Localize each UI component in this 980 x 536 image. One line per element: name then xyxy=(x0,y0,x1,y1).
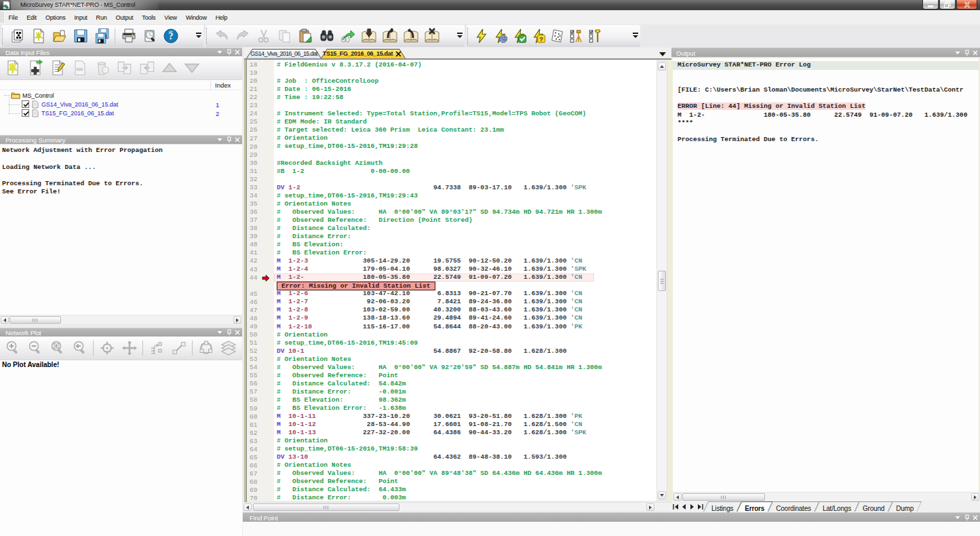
menu-input[interactable]: Input xyxy=(70,10,92,24)
tree-root-label[interactable]: MS_Control xyxy=(22,92,54,99)
book-redo-button[interactable] xyxy=(379,26,400,45)
scroll-right-button[interactable] xyxy=(233,316,241,324)
tab-ts15-fg[interactable]: TS15_FG_2016_06_15.dat xyxy=(321,49,406,58)
book-undo-button[interactable] xyxy=(400,26,421,45)
tab-close-icon[interactable] xyxy=(395,51,401,57)
scroll-left-button[interactable] xyxy=(243,503,252,511)
code-editor[interactable]: # FieldGenius v 8.3.17.2 (2016-04-07) # … xyxy=(274,60,656,501)
inverse-button[interactable] xyxy=(168,338,190,358)
shift-station-button[interactable] xyxy=(145,338,168,358)
run-query-button[interactable] xyxy=(529,26,548,45)
find-point-button[interactable] xyxy=(96,338,118,358)
menu-file[interactable]: File xyxy=(4,10,22,24)
scroll-right-button[interactable] xyxy=(971,493,979,501)
file-checkbox[interactable] xyxy=(22,100,29,108)
toolbar-overflow-button[interactable] xyxy=(456,27,465,45)
tab-gs14-viva[interactable]: GS14_Viva_2016_06_15.dat xyxy=(246,49,321,58)
dif-delete-button[interactable] xyxy=(91,58,113,78)
toolbar-overflow-button[interactable] xyxy=(195,27,203,45)
dif-edit-button[interactable] xyxy=(46,58,68,78)
output-tab-coordinates[interactable]: Coordinates xyxy=(768,501,819,512)
output-log[interactable]: MicroSurvey STAR*NET-PRO Error Log [FILE… xyxy=(673,58,979,492)
output-close-icon[interactable] xyxy=(972,50,979,56)
book-input-button[interactable] xyxy=(358,26,379,45)
editor-hscrollbar[interactable] xyxy=(243,502,656,511)
processing-summary-menu-icon[interactable] xyxy=(216,136,223,143)
output-tab-ground[interactable]: Ground xyxy=(855,501,893,512)
tree-file-label[interactable]: GS14_Viva_2016_06_15.dat xyxy=(41,101,118,108)
find-button[interactable] xyxy=(316,26,337,45)
file-checkbox[interactable] xyxy=(22,109,29,117)
output-pin-icon[interactable] xyxy=(964,50,971,56)
restore-button[interactable] xyxy=(939,0,956,9)
run-adjust-button[interactable] xyxy=(472,26,491,45)
scroll-down-button[interactable] xyxy=(658,491,666,499)
dif-remove-button[interactable] xyxy=(68,58,91,78)
zoom-in-button[interactable] xyxy=(1,338,24,358)
pan-button[interactable] xyxy=(118,338,140,358)
data-input-files-pin-icon[interactable] xyxy=(226,49,233,56)
find-point-pin-icon[interactable] xyxy=(964,514,971,521)
menu-window[interactable]: Window xyxy=(181,10,211,24)
tab-prev-button[interactable] xyxy=(680,501,688,512)
layers-button[interactable] xyxy=(217,338,239,358)
scrollbar-thumb[interactable] xyxy=(682,493,765,501)
instrument-setup-button[interactable] xyxy=(567,26,586,45)
tab-first-button[interactable] xyxy=(671,501,680,512)
new-project-button[interactable] xyxy=(7,26,28,45)
output-tab-listings[interactable]: Listings xyxy=(703,501,741,512)
menu-output[interactable]: Output xyxy=(111,10,138,24)
toolbar-overflow-button[interactable] xyxy=(631,27,640,45)
run-check-button[interactable] xyxy=(510,26,529,45)
find-point-menu-icon[interactable] xyxy=(954,514,961,521)
output-menu-icon[interactable] xyxy=(954,50,961,56)
print-button[interactable] xyxy=(118,26,139,45)
menu-options[interactable]: Options xyxy=(41,10,70,24)
traverse-button[interactable] xyxy=(195,338,217,358)
output-hscrollbar[interactable] xyxy=(673,492,980,501)
processing-summary-close-icon[interactable] xyxy=(234,136,241,143)
processing-summary-hscrollbar[interactable] xyxy=(0,315,242,324)
undo-button[interactable] xyxy=(211,26,232,45)
book-close-button[interactable] xyxy=(421,26,442,45)
tree-file-label[interactable]: TS15_FG_2016_06_15.dat xyxy=(41,110,114,117)
menubar-grip[interactable] xyxy=(1,12,3,22)
plot-points-button[interactable] xyxy=(548,26,567,45)
open-button[interactable] xyxy=(49,26,70,45)
dif-down-button[interactable] xyxy=(180,58,203,78)
dif-new-button[interactable] xyxy=(1,58,24,78)
data-input-files-menu-icon[interactable] xyxy=(216,49,223,56)
find-point-close-icon[interactable] xyxy=(972,514,979,521)
goto-button[interactable] xyxy=(337,26,358,45)
help-button[interactable] xyxy=(160,26,181,45)
toolbar-grip[interactable] xyxy=(206,28,209,44)
new-file-button[interactable] xyxy=(28,26,49,45)
scrollbar-thumb[interactable] xyxy=(658,271,666,291)
output-tab-dump[interactable]: Dump xyxy=(888,501,922,512)
menu-help[interactable]: Help xyxy=(211,10,232,24)
menu-tools[interactable]: Tools xyxy=(138,10,160,24)
scrollbar-thumb[interactable] xyxy=(253,503,399,511)
paste-button[interactable] xyxy=(295,26,316,45)
data-input-files-close-icon[interactable] xyxy=(234,49,241,56)
dif-up-button[interactable] xyxy=(158,58,180,78)
output-tab-lat-longs[interactable]: Lat/Longs xyxy=(815,501,859,512)
menu-edit[interactable]: Edit xyxy=(22,10,41,24)
scroll-left-button[interactable] xyxy=(1,316,9,324)
zoom-out-button[interactable] xyxy=(24,338,46,358)
tree-file-row[interactable]: TS15_FG_2016_06_15.dat 2 xyxy=(0,109,242,117)
editor-vscrollbar[interactable] xyxy=(656,61,667,501)
zoom-extents-button[interactable] xyxy=(46,338,68,358)
scroll-right-button[interactable] xyxy=(646,503,654,511)
tab-next-button[interactable] xyxy=(688,501,696,512)
network-plot-close-icon[interactable] xyxy=(234,329,241,336)
scrollbar-thumb[interactable] xyxy=(9,316,61,324)
save-button[interactable] xyxy=(70,26,91,45)
tree-file-row[interactable]: GS14_Viva_2016_06_15.dat 1 xyxy=(0,100,242,109)
toolbar-grip[interactable] xyxy=(2,28,5,44)
print-preview-button[interactable] xyxy=(139,26,160,45)
scroll-left-button[interactable] xyxy=(673,493,682,501)
tab-list-dropdown-icon[interactable] xyxy=(659,52,666,56)
dif-import-button[interactable] xyxy=(113,58,136,78)
network-plot-pin-icon[interactable] xyxy=(226,329,233,336)
